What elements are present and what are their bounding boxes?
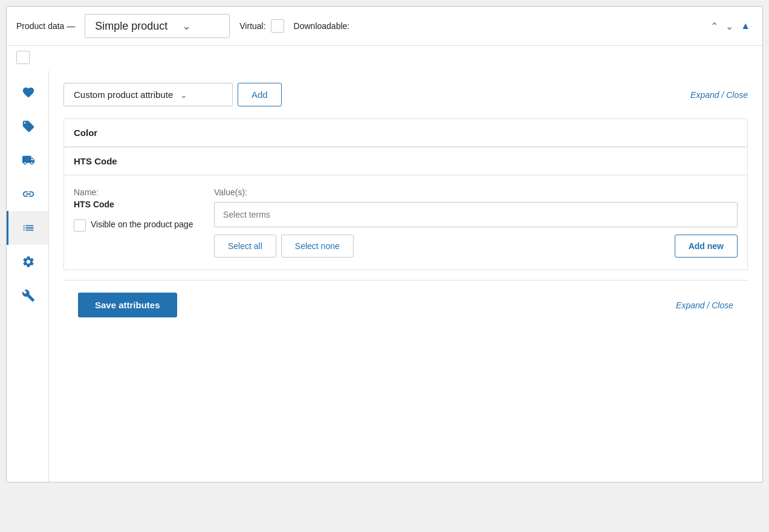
visible-on-page-label: Visible on the product page [91,219,193,231]
visible-on-page-checkbox[interactable] [74,219,86,232]
downloadable-label: Downloadable: [294,21,350,31]
save-attributes-button[interactable]: Save attributes [78,293,177,317]
name-field-label: Name: [74,187,195,197]
sidebar-item-shipping[interactable] [7,143,48,177]
panel: Custom product attribute ⌄ Add Expand / … [49,71,762,482]
visible-on-page-row: Visible on the product page [74,219,195,232]
list-icon [22,221,35,235]
hts-code-section-body: Name: HTS Code Visible on the product pa… [64,175,747,270]
attribute-select[interactable]: Custom product attribute ⌄ [63,83,233,106]
link-icon [22,187,35,201]
sidebar-item-tools[interactable] [7,279,48,313]
sidebar [7,71,49,482]
sort-arrows: ⌃ ⌄ ▲ [708,19,753,33]
attribute-select-label: Custom product attribute [74,89,173,100]
page-wrapper: Product data — Simple product ⌄ Virtual:… [0,0,769,532]
sidebar-item-link[interactable] [7,177,48,211]
attr-toolbar: Custom product attribute ⌄ Add Expand / … [63,83,748,106]
add-attribute-button[interactable]: Add [238,83,282,106]
product-type-chevron-icon: ⌄ [182,19,191,33]
select-terms-input[interactable] [214,202,738,227]
sort-up-icon[interactable]: ⌃ [708,19,721,33]
attr-values-column: Value(s): Select all Select none Add new [214,187,738,258]
top-checkbox[interactable] [16,51,30,64]
attr-name-column: Name: HTS Code Visible on the product pa… [74,187,195,232]
sort-top-icon[interactable]: ▲ [738,19,753,33]
virtual-group: Virtual: [239,19,284,33]
expand-close-top-link[interactable]: Expand / Close [690,90,748,100]
top-bar: Product data — Simple product ⌄ Virtual:… [7,7,762,46]
attribute-select-chevron-icon: ⌄ [180,90,187,100]
product-data-box: Product data — Simple product ⌄ Virtual:… [6,6,763,482]
tools-icon [22,289,35,302]
virtual-checkbox[interactable] [271,19,284,33]
hts-code-section-title: HTS Code [74,156,117,166]
truck-icon [22,154,35,167]
hts-code-attribute-section: HTS Code Name: HTS Code Visible on the p… [63,148,748,270]
color-section-title: Color [74,128,97,138]
sidebar-item-wrench[interactable] [7,76,48,109]
attribute-btn-row: Select all Select none Add new [214,235,738,258]
sidebar-item-attributes[interactable] [7,211,48,245]
hts-code-section-header: HTS Code [64,148,747,175]
color-attribute-section: Color [63,118,748,148]
product-type-select[interactable]: Simple product ⌄ [85,14,230,38]
expand-close-bottom-link[interactable]: Expand / Close [676,300,733,310]
color-section-header: Color [64,119,747,147]
select-none-button[interactable]: Select none [281,235,354,258]
tags-icon [22,120,35,133]
add-new-button[interactable]: Add new [675,235,738,258]
name-field-value: HTS Code [74,199,195,209]
sidebar-item-tags[interactable] [7,109,48,143]
main-content: Custom product attribute ⌄ Add Expand / … [7,71,762,482]
gear-icon [22,255,35,268]
values-label: Value(s): [214,187,738,197]
product-data-label: Product data — [16,21,75,31]
wrench-icon [22,86,35,99]
select-all-button[interactable]: Select all [214,235,276,258]
sort-down-icon[interactable]: ⌄ [723,19,736,33]
small-checkbox-row [7,46,762,71]
attribute-sections: Color HTS Code Name: HTS Code [63,118,748,270]
virtual-label: Virtual: [239,21,265,31]
bottom-bar: Save attributes Expand / Close [63,280,748,329]
product-type-label: Simple product [95,20,167,33]
downloadable-group: Downloadable: [294,21,350,31]
sidebar-item-gear[interactable] [7,245,48,279]
